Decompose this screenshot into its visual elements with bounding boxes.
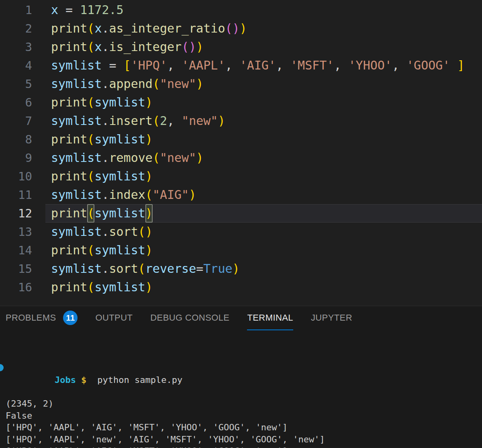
code-token: . bbox=[102, 188, 109, 202]
code-token: symlist bbox=[94, 132, 145, 146]
code-line[interactable]: 3print(x.is_integer()) bbox=[0, 38, 482, 56]
code-token: , bbox=[167, 58, 182, 72]
code-token: ) bbox=[145, 204, 153, 223]
code-token: . bbox=[102, 21, 109, 35]
panel-tab-jupyter[interactable]: JUPYTER bbox=[311, 306, 352, 330]
code-text: print(x.as_integer_ratio()) bbox=[45, 19, 482, 38]
code-token: ( bbox=[153, 77, 160, 91]
code-token: ( bbox=[87, 204, 94, 223]
terminal[interactable]: Jobs$python sample.py (2345, 2)False['HP… bbox=[0, 330, 482, 448]
code-token: as_integer_ratio bbox=[109, 21, 225, 35]
code-line[interactable]: 1x = 1172.5 bbox=[0, 1, 482, 19]
code-token: . bbox=[102, 40, 109, 54]
panel-tab-bar: PROBLEMS11OUTPUTDEBUG CONSOLETERMINALJUP… bbox=[0, 306, 482, 330]
code-token: () bbox=[182, 40, 196, 54]
code-token: ) bbox=[145, 95, 153, 109]
code-token: ) bbox=[145, 169, 153, 183]
code-editor[interactable]: 1x = 1172.52print(x.as_integer_ratio())3… bbox=[0, 0, 482, 306]
line-number[interactable]: 15 bbox=[0, 260, 45, 278]
code-line[interactable]: 8print(symlist) bbox=[0, 130, 482, 149]
code-token: sort bbox=[109, 262, 138, 276]
code-token: True bbox=[203, 262, 232, 276]
line-number[interactable]: 10 bbox=[0, 167, 45, 186]
code-token: = bbox=[58, 3, 80, 17]
bottom-panel: PROBLEMS11OUTPUTDEBUG CONSOLETERMINALJUP… bbox=[0, 306, 482, 448]
code-text: symlist.insert(2, "new") bbox=[45, 112, 482, 130]
line-number[interactable]: 8 bbox=[0, 130, 45, 149]
line-number[interactable]: 4 bbox=[0, 56, 45, 75]
code-token: remove bbox=[109, 151, 153, 165]
code-text: x = 1172.5 bbox=[45, 1, 482, 19]
code-token: ( bbox=[87, 243, 94, 257]
code-token: print bbox=[51, 21, 87, 35]
code-line[interactable]: 13symlist.sort() bbox=[0, 223, 482, 241]
line-number[interactable]: 3 bbox=[0, 38, 45, 56]
line-number[interactable]: 7 bbox=[0, 112, 45, 130]
terminal-output-line: ['HPQ', 'AAPL', 'AIG', 'MSFT', 'YHOO', '… bbox=[6, 421, 482, 434]
code-text: symlist = ['HPQ', 'AAPL', 'AIG', 'MSFT',… bbox=[45, 56, 482, 75]
code-token: append bbox=[109, 77, 153, 91]
code-token: ) bbox=[218, 114, 225, 128]
panel-tab-terminal[interactable]: TERMINAL bbox=[247, 306, 293, 330]
code-token: [ bbox=[124, 58, 131, 72]
code-text: symlist.index("AIG") bbox=[45, 186, 482, 204]
code-line[interactable]: 14print(symlist) bbox=[0, 241, 482, 260]
line-number[interactable]: 2 bbox=[0, 19, 45, 38]
code-token: symlist bbox=[51, 114, 102, 128]
code-token: symlist bbox=[51, 188, 102, 202]
terminal-output-line: False bbox=[6, 410, 482, 422]
vscode-window: 1x = 1172.52print(x.as_integer_ratio())3… bbox=[0, 0, 482, 448]
code-token: ( bbox=[87, 95, 94, 109]
code-line[interactable]: 12print(symlist) bbox=[0, 204, 482, 223]
code-line[interactable]: 5symlist.append("new") bbox=[0, 75, 482, 93]
line-number[interactable]: 5 bbox=[0, 75, 45, 93]
code-line[interactable]: 16print(symlist) bbox=[0, 278, 482, 297]
prompt-symbol-icon: $ bbox=[81, 375, 86, 385]
code-token: ] bbox=[457, 58, 465, 72]
code-token: 'AIG' bbox=[240, 58, 276, 72]
code-token: . bbox=[102, 151, 109, 165]
code-token: 1172.5 bbox=[80, 3, 123, 17]
code-token: ( bbox=[87, 169, 94, 183]
code-line[interactable]: 4symlist = ['HPQ', 'AAPL', 'AIG', 'MSFT'… bbox=[0, 56, 482, 75]
code-token: ) bbox=[145, 132, 153, 146]
panel-tab-label: DEBUG CONSOLE bbox=[150, 313, 229, 323]
line-number[interactable]: 1 bbox=[0, 1, 45, 19]
code-line[interactable]: 15symlist.sort(reverse=True) bbox=[0, 260, 482, 278]
code-token: symlist bbox=[94, 95, 145, 109]
line-number[interactable]: 13 bbox=[0, 223, 45, 241]
code-token: ) bbox=[145, 243, 153, 257]
code-text: print(symlist) bbox=[45, 167, 482, 186]
line-number[interactable]: 11 bbox=[0, 186, 45, 204]
shell-command-dot-icon bbox=[0, 364, 4, 371]
code-line[interactable]: 9symlist.remove("new") bbox=[0, 149, 482, 167]
code-token: ) bbox=[189, 188, 196, 202]
line-number[interactable]: 6 bbox=[0, 93, 45, 112]
code-token: symlist bbox=[51, 151, 102, 165]
panel-tab-output[interactable]: OUTPUT bbox=[95, 306, 133, 330]
code-token: "new" bbox=[160, 77, 196, 91]
code-line[interactable]: 7symlist.insert(2, "new") bbox=[0, 112, 482, 130]
line-number[interactable]: 9 bbox=[0, 149, 45, 167]
panel-tab-debug-console[interactable]: DEBUG CONSOLE bbox=[150, 306, 229, 330]
code-line[interactable]: 10print(symlist) bbox=[0, 167, 482, 186]
code-token: print bbox=[51, 132, 87, 146]
code-line[interactable]: 11symlist.index("AIG") bbox=[0, 186, 482, 204]
code-token: . bbox=[102, 262, 109, 276]
line-number[interactable]: 12 bbox=[0, 204, 45, 223]
problems-count-badge: 11 bbox=[63, 311, 78, 325]
code-text: symlist.sort(reverse=True) bbox=[45, 260, 482, 278]
line-number[interactable]: 16 bbox=[0, 278, 45, 297]
code-token: 'AAPL' bbox=[182, 58, 225, 72]
panel-tab-label: TERMINAL bbox=[247, 313, 293, 323]
code-token: sort bbox=[109, 225, 138, 239]
code-token: symlist bbox=[94, 206, 145, 220]
code-token: . bbox=[102, 114, 109, 128]
line-number[interactable]: 14 bbox=[0, 241, 45, 260]
code-line[interactable]: 2print(x.as_integer_ratio()) bbox=[0, 19, 482, 38]
code-line[interactable]: 6print(symlist) bbox=[0, 93, 482, 112]
code-token: , bbox=[276, 58, 290, 72]
code-text: print(symlist) bbox=[45, 93, 482, 112]
code-token: ) bbox=[240, 21, 247, 35]
panel-tab-problems[interactable]: PROBLEMS11 bbox=[6, 306, 78, 330]
